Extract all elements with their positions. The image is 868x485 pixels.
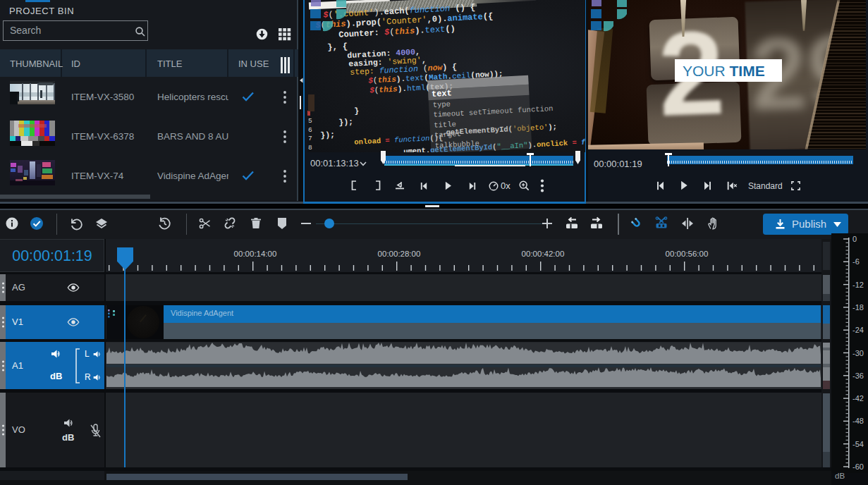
svg-text:-54: -54	[852, 440, 864, 448]
svg-text:-48: -48	[852, 417, 864, 425]
svg-text:0: 0	[852, 235, 857, 243]
svg-text:-24: -24	[852, 326, 864, 334]
svg-text:-12: -12	[852, 281, 864, 289]
svg-text:-30: -30	[852, 349, 864, 357]
svg-text:-6: -6	[852, 257, 860, 266]
svg-text:-60: -60	[852, 462, 864, 471]
svg-text:-42: -42	[852, 394, 864, 403]
svg-text:-36: -36	[852, 372, 864, 380]
svg-text:-18: -18	[852, 303, 864, 312]
